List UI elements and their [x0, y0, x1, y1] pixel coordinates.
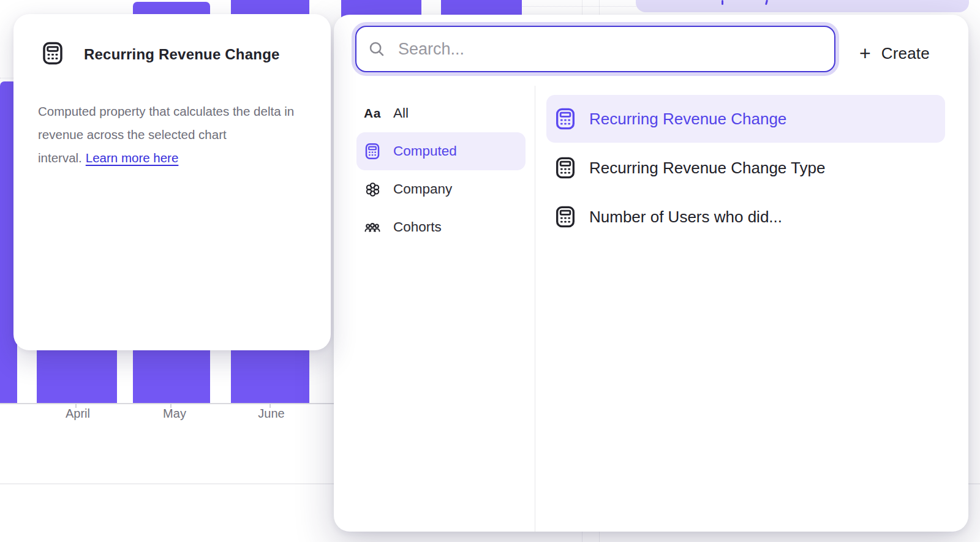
result-label: Recurring Revenue Change Type: [589, 159, 825, 178]
x-axis-label: May: [163, 407, 186, 421]
calculator-icon: [553, 205, 578, 229]
filter-item-company[interactable]: Company: [356, 170, 526, 208]
filter-label: Cohorts: [393, 219, 442, 235]
filter-label: All: [393, 105, 409, 121]
search-box[interactable]: [355, 26, 835, 72]
filter-label: Company: [393, 181, 452, 197]
filter-item-all[interactable]: Aa All: [356, 94, 526, 132]
filter-label: Computed: [393, 143, 457, 159]
text-format-icon: Aa: [363, 104, 382, 122]
property-picker-modal: + Create Aa All Computed: [334, 15, 968, 532]
calculator-icon: [40, 40, 66, 69]
filter-item-cohorts[interactable]: Cohorts: [356, 208, 526, 246]
x-axis-line: [0, 403, 343, 404]
calculator-icon: [553, 156, 578, 180]
filter-item-computed[interactable]: Computed: [356, 132, 526, 170]
app-background: April May June Recurring Revenue Change …: [0, 0, 980, 542]
tooltip-title: Recurring Revenue Change: [84, 46, 280, 63]
column-divider: [535, 86, 535, 532]
tooltip-description: Computed property that calculates the de…: [38, 100, 298, 170]
search-icon: [368, 40, 386, 58]
partial-text-fragment: [765, 0, 767, 5]
result-number-of-users-who-did[interactable]: Number of Users who did...: [546, 193, 945, 241]
partial-text-fragment: [722, 0, 723, 5]
chart-gridline: [0, 78, 15, 78]
result-recurring-revenue-change[interactable]: Recurring Revenue Change: [546, 95, 945, 143]
background-selected-chip: [636, 0, 969, 12]
result-recurring-revenue-change-type[interactable]: Recurring Revenue Change Type: [546, 144, 945, 192]
result-label: Number of Users who did...: [589, 208, 782, 227]
results-list: Recurring Revenue Change Recurring Reven…: [546, 95, 951, 242]
property-tooltip-card: Recurring Revenue Change Computed proper…: [13, 14, 331, 350]
x-axis-label: June: [258, 407, 284, 421]
x-axis-label: April: [66, 407, 90, 421]
plus-icon: +: [859, 43, 871, 63]
filter-list: Aa All Computed Company: [356, 94, 526, 246]
calculator-icon: [553, 107, 578, 131]
create-button[interactable]: + Create: [859, 39, 930, 67]
result-label: Recurring Revenue Change: [589, 110, 786, 129]
company-cluster-icon: [363, 180, 382, 198]
search-input[interactable]: [398, 40, 824, 59]
cohorts-people-icon: [363, 218, 382, 236]
create-button-label: Create: [881, 44, 930, 63]
learn-more-link[interactable]: Learn more here: [86, 151, 179, 165]
calculator-icon: [363, 142, 382, 160]
chart-gridline: [519, 6, 639, 7]
